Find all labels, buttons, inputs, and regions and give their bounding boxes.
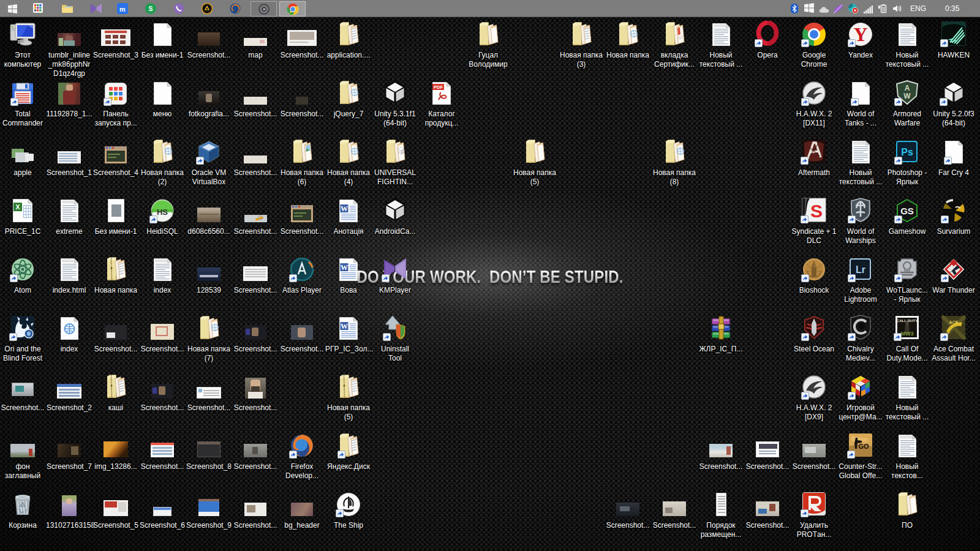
svg-text:HS: HS	[157, 208, 168, 217]
svg-text:MW3: MW3	[901, 331, 914, 337]
svg-text:PDF: PDF	[434, 84, 443, 90]
svg-text:Ps: Ps	[901, 147, 913, 157]
svg-text:m: m	[119, 6, 126, 13]
svg-text:S: S	[148, 5, 153, 12]
svg-text:GS: GS	[900, 206, 914, 216]
svg-text:ACE: ACE	[949, 320, 959, 324]
svg-text:X: X	[15, 203, 20, 211]
svg-text:W: W	[341, 204, 348, 213]
svg-text:W: W	[341, 322, 348, 331]
svg-text:S: S	[810, 201, 823, 221]
svg-text:W: W	[341, 263, 348, 272]
svg-text:Lr: Lr	[856, 264, 865, 275]
svg-text:W: W	[903, 92, 911, 100]
svg-text:A: A	[905, 84, 910, 92]
svg-text:GO: GO	[858, 443, 869, 450]
